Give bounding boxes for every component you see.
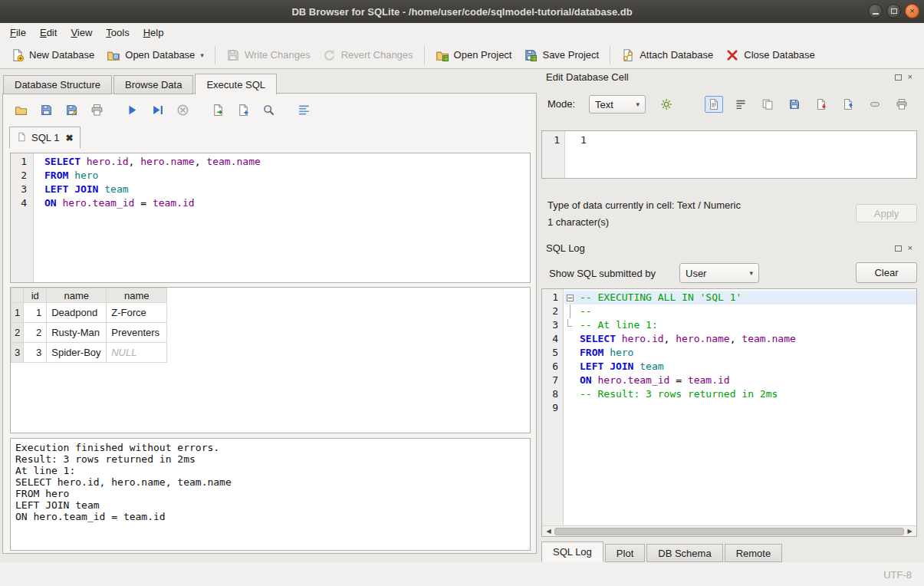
code-line: FROM hero xyxy=(44,169,530,183)
open-sql-file-icon[interactable] xyxy=(11,100,31,120)
scroll-right-icon[interactable]: ▶ xyxy=(904,528,916,535)
menu-help[interactable]: Help xyxy=(136,25,171,41)
open-project-button[interactable]: Open Project xyxy=(429,44,518,66)
line-number: 6 xyxy=(542,360,558,374)
import-cell-data-icon[interactable] xyxy=(812,96,830,113)
new-database-button[interactable]: New Database xyxy=(5,44,100,66)
sql-tab-label: SQL 1 xyxy=(31,132,59,143)
tab-sql-1[interactable]: SQL 1 ✖ xyxy=(9,127,81,149)
cell-editor[interactable]: 1 1 xyxy=(541,130,917,179)
close-tab-icon[interactable]: ✖ xyxy=(65,133,73,143)
save-sql-file-as-icon[interactable] xyxy=(61,100,81,120)
close-panel-icon[interactable]: × xyxy=(908,74,912,81)
right-dock: Edit Database Cell × Mode: Text ▾ 1 1 xyxy=(541,69,919,562)
stop-execution-icon[interactable] xyxy=(173,100,192,120)
horizontal-scrollbar[interactable]: ◀ ▶ xyxy=(542,525,916,536)
save-sql-file-icon[interactable] xyxy=(36,100,56,120)
tab-browse-data[interactable]: Browse Data xyxy=(113,75,193,94)
sql-editor[interactable]: 1234 SELECT hero.id, hero.name, team.nam… xyxy=(10,153,531,283)
tab-plot[interactable]: Plot xyxy=(605,544,645,562)
open-in-external-app-icon[interactable] xyxy=(656,95,676,114)
menu-tools[interactable]: Tools xyxy=(99,25,136,41)
export-results-icon[interactable] xyxy=(208,100,228,120)
editor-code-area[interactable]: SELECT hero.id, hero.name, team.nameFROM… xyxy=(34,153,530,282)
save-project-button[interactable]: Save Project xyxy=(518,44,605,66)
cell[interactable]: Rusty-Man xyxy=(47,323,107,343)
toolbar-button-label: Revert Changes xyxy=(341,49,413,61)
toolbar-button-label: Open Project xyxy=(454,49,512,61)
edit-cell-toolbar: Mode: Text ▾ xyxy=(541,94,917,115)
scroll-left-icon[interactable]: ◀ xyxy=(543,528,554,535)
close-database-button[interactable]: Close Database xyxy=(719,44,821,66)
sql-token: FROM xyxy=(44,170,68,181)
line-number: 8 xyxy=(542,387,558,401)
sql-token xyxy=(81,156,87,167)
save-cell-icon[interactable] xyxy=(785,96,804,113)
cell[interactable]: 2 xyxy=(24,323,47,343)
code-line: ON hero.team_id = team.id xyxy=(44,196,530,210)
titlebar[interactable]: DB Browser for SQLite - /home/user/code/… xyxy=(0,0,924,23)
open-database-button[interactable]: Open Database▾ xyxy=(100,44,210,66)
sql-token: SELECT xyxy=(44,156,81,167)
clear-button[interactable]: Clear xyxy=(856,262,917,283)
dropdown-arrow-icon[interactable]: ▾ xyxy=(200,51,204,59)
open-query-tab-icon[interactable] xyxy=(233,100,253,120)
column-header-name[interactable]: name xyxy=(107,288,167,303)
fold-marker-icon[interactable] xyxy=(564,291,575,305)
format-sql-icon[interactable] xyxy=(294,100,314,120)
print-sql-icon[interactable] xyxy=(87,100,107,120)
toolbar-separator xyxy=(215,46,215,64)
cell[interactable]: Spider-Boy xyxy=(47,343,107,363)
fold-column xyxy=(564,332,575,346)
attach-database-icon xyxy=(621,48,635,62)
print-cell-icon[interactable] xyxy=(893,96,911,113)
cell-view-icons xyxy=(705,96,911,113)
menu-file[interactable]: File xyxy=(3,25,33,41)
close-button[interactable]: × xyxy=(905,4,919,18)
cell[interactable]: Deadpond xyxy=(47,303,107,323)
tab-sql-log[interactable]: SQL Log xyxy=(541,542,603,562)
text-view-icon[interactable] xyxy=(705,96,723,113)
float-panel-icon[interactable] xyxy=(895,74,902,81)
apply-button[interactable]: Apply xyxy=(856,204,917,222)
sql-token: hero xyxy=(610,347,633,358)
scrollbar-thumb[interactable] xyxy=(554,528,904,535)
execute-sql-panel: SQL 1 ✖ 1234 SELECT hero.id, hero.name, … xyxy=(2,93,537,554)
cell[interactable]: Z-Force xyxy=(107,303,167,323)
cell[interactable]: NULL xyxy=(107,343,167,363)
export-cell-data-icon[interactable] xyxy=(839,96,857,113)
word-wrap-icon[interactable] xyxy=(732,96,750,113)
cell-content[interactable]: 1 xyxy=(565,131,916,178)
revert-changes-button[interactable]: Revert Changes xyxy=(317,44,419,66)
toolbar-separator xyxy=(424,46,425,64)
close-panel-icon[interactable]: × xyxy=(908,245,912,252)
maximize-button[interactable] xyxy=(886,4,901,18)
menu-edit[interactable]: Edit xyxy=(33,25,64,41)
execute-current-line-icon[interactable] xyxy=(147,100,167,120)
cell[interactable]: Preventers xyxy=(107,323,167,343)
fold-marker-icon xyxy=(564,318,575,332)
find-replace-icon[interactable] xyxy=(258,100,278,120)
sql-log-viewer[interactable]: 123456789 -- EXECUTING ALL IN 'SQL 1'---… xyxy=(541,288,917,537)
copy-cell-icon[interactable] xyxy=(758,96,777,113)
log-filter-select[interactable]: User ▾ xyxy=(679,263,759,283)
grid-corner xyxy=(12,288,24,303)
cell[interactable]: 1 xyxy=(24,303,47,323)
menu-view[interactable]: View xyxy=(64,25,99,41)
tab-database-structure[interactable]: Database Structure xyxy=(3,75,112,94)
execute-all-icon[interactable] xyxy=(122,100,142,120)
minimize-button[interactable] xyxy=(868,4,883,18)
attach-database-button[interactable]: Attach Database xyxy=(615,44,719,66)
tab-execute-sql[interactable]: Execute SQL xyxy=(195,74,277,95)
column-header-name[interactable]: name xyxy=(47,288,107,303)
write-changes-button[interactable]: Write Changes xyxy=(220,44,317,66)
cell[interactable]: 3 xyxy=(24,343,47,363)
tab-remote[interactable]: Remote xyxy=(725,544,783,562)
float-panel-icon[interactable] xyxy=(895,245,902,252)
sql-token: ON xyxy=(44,197,57,209)
column-header-id[interactable]: id xyxy=(24,288,47,303)
tab-db-schema[interactable]: DB Schema xyxy=(646,544,722,562)
set-null-icon[interactable] xyxy=(866,96,884,113)
sql-token: , xyxy=(730,333,742,344)
mode-select[interactable]: Text ▾ xyxy=(589,95,646,114)
